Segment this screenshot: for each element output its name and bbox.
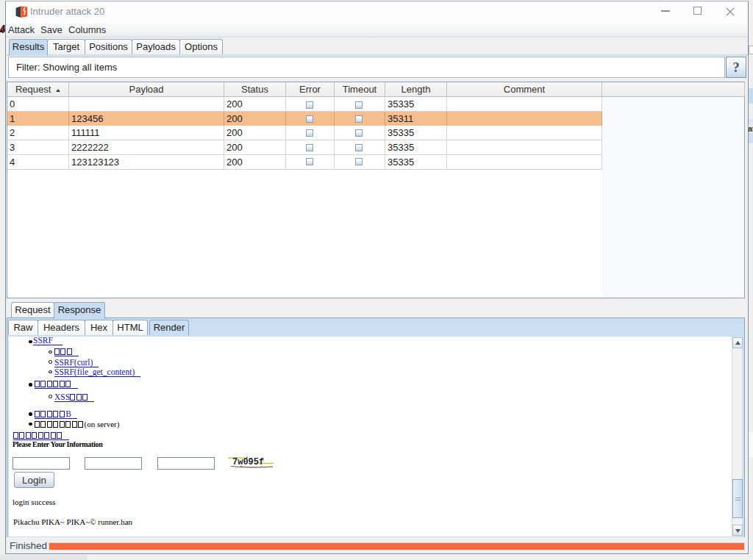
svg-text:7w095f: 7w095f — [232, 457, 264, 467]
